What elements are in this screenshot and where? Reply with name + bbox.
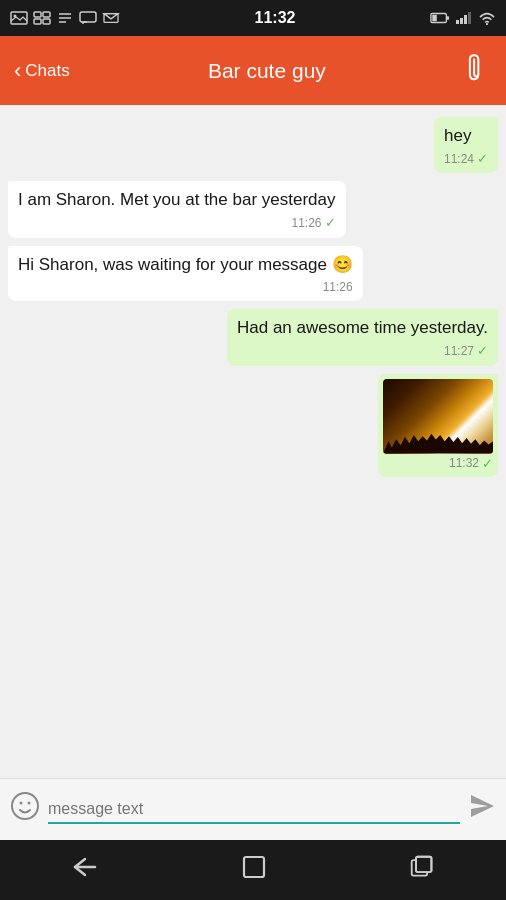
message-tick-5: ✓ [482, 456, 493, 471]
svg-rect-5 [43, 19, 50, 24]
svg-rect-27 [416, 857, 431, 872]
svg-rect-25 [244, 857, 264, 877]
message-meta-5: 11:32 ✓ [383, 456, 493, 471]
emoji-button[interactable] [10, 791, 40, 828]
status-icons-right [430, 11, 496, 25]
recents-nav-button[interactable] [408, 855, 436, 885]
svg-rect-18 [468, 12, 471, 24]
svg-point-22 [28, 802, 31, 805]
message-tick-1: ✓ [477, 150, 488, 168]
signal-icon [455, 11, 473, 25]
back-nav-button[interactable] [70, 855, 100, 885]
message-bubble-3: Hi Sharon, was waiting for your message … [8, 246, 363, 301]
send-icon [468, 792, 496, 820]
svg-rect-14 [446, 16, 449, 20]
message-row-4: Had an awesome time yesterday. 11:27 ✓ [8, 309, 498, 365]
concert-image [383, 379, 493, 454]
crowd-silhouette [383, 412, 493, 453]
home-nav-icon [240, 855, 268, 879]
message-text-2: I am Sharon. Met you at the bar yesterda… [18, 190, 336, 209]
back-button[interactable]: ‹ Chats [14, 60, 70, 82]
svg-rect-4 [34, 19, 41, 24]
message-bubble-4: Had an awesome time yesterday. 11:27 ✓ [227, 309, 498, 365]
status-icons-left [10, 11, 120, 25]
message-text-3: Hi Sharon, was waiting for your message … [18, 255, 353, 274]
send-button[interactable] [468, 792, 496, 827]
message-meta-2: 11:26 ✓ [18, 214, 336, 232]
message-text-1: hey [444, 126, 471, 145]
chat-title: Bar cute guy [70, 59, 464, 83]
input-area [0, 778, 506, 840]
message-input-wrap[interactable] [48, 796, 460, 824]
svg-rect-3 [43, 12, 50, 17]
chat-area: hey 11:24 ✓ I am Sharon. Met you at the … [0, 105, 506, 778]
svg-rect-9 [80, 12, 96, 22]
home-nav-button[interactable] [240, 855, 268, 885]
phone-icon [56, 11, 74, 25]
svg-rect-15 [456, 20, 459, 24]
message-bubble-2: I am Sharon. Met you at the bar yesterda… [8, 181, 346, 237]
chat-icon [79, 11, 97, 25]
svg-rect-2 [34, 12, 41, 17]
status-time: 11:32 [255, 9, 296, 27]
message-tick-2: ✓ [325, 214, 336, 232]
message-text-4: Had an awesome time yesterday. [237, 318, 488, 337]
svg-point-19 [486, 23, 488, 25]
message-input[interactable] [48, 796, 460, 822]
message-time-3: 11:26 [323, 279, 353, 295]
message-row-1: hey 11:24 ✓ [8, 117, 498, 173]
message-row-3: Hi Sharon, was waiting for your message … [8, 246, 498, 301]
header: ‹ Chats Bar cute guy [0, 36, 506, 105]
nav-bar [0, 840, 506, 900]
back-label: Chats [25, 61, 69, 81]
battery-icon [430, 11, 450, 25]
message-row-5: 11:32 ✓ [8, 374, 498, 477]
svg-point-20 [12, 793, 38, 819]
message-bubble-1: hey 11:24 ✓ [434, 117, 498, 173]
back-chevron-icon: ‹ [14, 60, 21, 82]
svg-marker-10 [104, 14, 118, 19]
message-meta-1: 11:24 ✓ [444, 150, 488, 168]
gallery-icon [10, 11, 28, 25]
smiley-icon [10, 791, 40, 821]
message-time-5: 11:32 [449, 456, 479, 470]
status-bar: 11:32 [0, 0, 506, 36]
svg-rect-16 [460, 18, 463, 24]
message-bubble-5: 11:32 ✓ [378, 374, 498, 477]
svg-marker-23 [471, 795, 494, 817]
message-time-2: 11:26 [291, 215, 321, 231]
letter-icon [102, 11, 120, 25]
wifi-icon [478, 11, 496, 25]
svg-rect-17 [464, 15, 467, 24]
message-row-2: I am Sharon. Met you at the bar yesterda… [8, 181, 498, 237]
message-tick-4: ✓ [477, 342, 488, 360]
svg-point-21 [20, 802, 23, 805]
attach-icon[interactable] [456, 48, 501, 93]
message-meta-3: 11:26 [18, 279, 353, 295]
message-time-1: 11:24 [444, 151, 474, 167]
grid-icon [33, 11, 51, 25]
recents-nav-icon [408, 855, 436, 879]
svg-rect-13 [432, 15, 437, 21]
message-meta-4: 11:27 ✓ [237, 342, 488, 360]
message-time-4: 11:27 [444, 343, 474, 359]
back-nav-icon [70, 855, 100, 879]
